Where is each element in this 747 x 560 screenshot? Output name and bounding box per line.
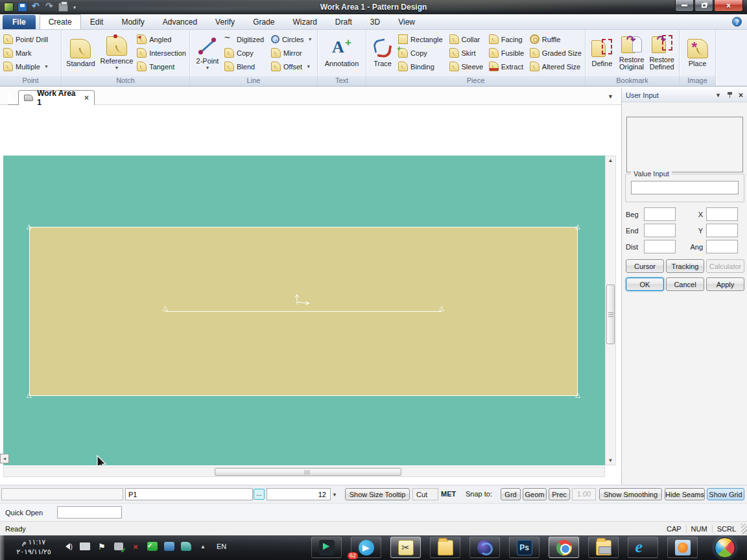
- antivirus-tray-icon[interactable]: [147, 541, 158, 552]
- info-field[interactable]: [1, 488, 123, 500]
- taskbar-media-player[interactable]: [667, 537, 698, 558]
- menu-draft[interactable]: Draft: [326, 16, 361, 29]
- ribbon-button-restore-original[interactable]: ↷ Restore Original: [617, 34, 647, 72]
- app-tray-icon-teal[interactable]: [180, 541, 192, 552]
- restore-button[interactable]: [694, 0, 713, 12]
- ribbon-button-graded-size[interactable]: Graded Size: [528, 46, 583, 60]
- menu-grade[interactable]: Grade: [244, 16, 283, 29]
- ribbon-button-point-drill[interactable]: Point/ Drill: [2, 32, 50, 46]
- line-end-marker[interactable]: △: [163, 305, 168, 312]
- end-field[interactable]: [644, 224, 676, 237]
- redo-icon[interactable]: [45, 3, 54, 12]
- ribbon-button-restore-defined[interactable]: ↷ Restore Defined: [646, 34, 677, 72]
- taskbar-devices-folder[interactable]: [588, 537, 619, 558]
- menu-view[interactable]: View: [389, 16, 424, 29]
- ok-button[interactable]: OK: [626, 277, 664, 291]
- ribbon-button-place[interactable]: * Place: [687, 38, 709, 69]
- ribbon-button-multiple[interactable]: Multiple ▼: [2, 60, 50, 73]
- ribbon-button-standard[interactable]: Standard: [64, 38, 98, 69]
- ribbon-button-digitized[interactable]: ~ Digitized: [223, 32, 270, 46]
- quick-open-field[interactable]: [57, 506, 122, 519]
- show-smoothing-button[interactable]: Show Smoothing: [599, 488, 662, 500]
- taskbar-browser-orb[interactable]: [469, 537, 500, 558]
- ribbon-button-altered-size[interactable]: Altered Size: [528, 60, 583, 73]
- pattern-canvas[interactable]: △ △ △ △ △ △: [3, 156, 605, 465]
- piece-name-field[interactable]: [125, 488, 253, 500]
- menu-wizard[interactable]: Wizard: [283, 16, 326, 29]
- ribbon-button-intersection[interactable]: Intersection: [136, 46, 187, 60]
- ribbon-button-fusible[interactable]: Fusible: [488, 46, 528, 60]
- size-field[interactable]: [267, 488, 331, 500]
- taskbar-chrome[interactable]: [549, 537, 579, 558]
- ribbon-button-ruffle[interactable]: Ruffle: [528, 32, 583, 46]
- apply-button[interactable]: Apply: [706, 277, 744, 291]
- corner-point-marker[interactable]: △: [27, 224, 32, 230]
- pin-icon[interactable]: [727, 91, 733, 99]
- menu-file[interactable]: File: [3, 15, 36, 29]
- scroll-down-icon[interactable]: ▼: [606, 458, 615, 463]
- browse-button[interactable]: ...: [254, 489, 265, 500]
- taskbar-internet-explorer[interactable]: e: [628, 537, 658, 558]
- taskbar-pattern-design[interactable]: ✂: [390, 537, 421, 558]
- corner-point-marker[interactable]: △: [27, 392, 32, 399]
- line-end-marker[interactable]: △: [439, 305, 444, 312]
- help-icon[interactable]: ?: [732, 17, 742, 27]
- beg-field[interactable]: [644, 207, 676, 221]
- dist-field[interactable]: [644, 240, 676, 253]
- app-tray-icon-blue[interactable]: [163, 541, 175, 552]
- menu-edit[interactable]: Edit: [81, 16, 113, 29]
- taskbar-photoshop[interactable]: Ps: [509, 537, 540, 558]
- close-button[interactable]: ×: [714, 0, 743, 12]
- calculator-button[interactable]: Calculator: [706, 259, 744, 273]
- vertical-scrollbar[interactable]: ▲ ▼: [605, 156, 616, 465]
- hide-seams-button[interactable]: Hide Seams: [665, 488, 705, 500]
- tray-expand-icon[interactable]: ▲: [197, 541, 209, 552]
- taskbar-telegram[interactable]: 62: [351, 537, 381, 558]
- scroll-up-icon[interactable]: ▲: [606, 158, 615, 163]
- ribbon-button-2point[interactable]: 2-Point ▼: [192, 35, 223, 71]
- menu-3d[interactable]: 3D: [361, 16, 389, 29]
- ribbon-button-mark[interactable]: Mark: [2, 46, 50, 60]
- ribbon-button-mirror[interactable]: Mirror: [270, 46, 314, 60]
- ribbon-button-blend[interactable]: Blend: [223, 60, 270, 73]
- show-desktop-button[interactable]: [0, 535, 5, 560]
- ribbon-button-facing[interactable]: Facing: [488, 32, 528, 46]
- ribbon-button-annotation[interactable]: A + Annotation: [324, 38, 360, 69]
- save-icon[interactable]: [18, 3, 27, 12]
- internal-line[interactable]: △ △: [165, 311, 442, 312]
- ang-field[interactable]: [706, 240, 738, 253]
- ribbon-button-rectangle[interactable]: Rectangle: [397, 32, 447, 46]
- ribbon-button-angled[interactable]: Angled: [136, 32, 187, 46]
- cursor-button[interactable]: Cursor: [626, 259, 664, 273]
- y-field[interactable]: [706, 224, 738, 237]
- tab-close-icon[interactable]: ×: [84, 93, 89, 102]
- ribbon-button-copy-line[interactable]: Copy: [223, 46, 270, 60]
- value-input-field[interactable]: [631, 181, 739, 194]
- panel-menu-dropdown-icon[interactable]: ▼: [715, 92, 721, 99]
- tab-list-dropdown-icon[interactable]: ▼: [608, 93, 613, 100]
- ribbon-button-circles[interactable]: Circles ▼: [270, 32, 314, 46]
- user-input-list[interactable]: [626, 117, 743, 172]
- network-icon[interactable]: [79, 541, 91, 552]
- horizontal-scroll-thumb[interactable]: [215, 468, 401, 476]
- resize-grip[interactable]: [741, 524, 747, 534]
- size-dropdown-icon[interactable]: ▼: [332, 492, 337, 498]
- snap-grid-button[interactable]: Grd: [501, 488, 521, 500]
- taskbar-filmora[interactable]: [311, 537, 342, 558]
- menu-advanced[interactable]: Advanced: [154, 16, 206, 29]
- ribbon-button-reference[interactable]: Reference ▼: [98, 35, 136, 71]
- horizontal-scrollbar[interactable]: [3, 467, 605, 477]
- show-grid-button[interactable]: Show Grid: [707, 488, 744, 500]
- ribbon-button-collar[interactable]: Collar: [448, 32, 488, 46]
- language-indicator[interactable]: EN: [217, 542, 226, 550]
- tab-work-area-1[interactable]: Work Area 1 ×: [18, 90, 95, 105]
- show-size-tooltip-button[interactable]: Show Size Tooltip: [345, 488, 410, 500]
- cancel-button[interactable]: Cancel: [666, 277, 704, 291]
- action-center-flag-icon[interactable]: ⚑: [96, 541, 108, 552]
- menu-modify[interactable]: Modify: [112, 16, 153, 29]
- ribbon-button-copy-piece[interactable]: Copy: [397, 46, 447, 60]
- muted-device-icon[interactable]: ×: [130, 541, 141, 552]
- volume-icon[interactable]: [62, 541, 74, 552]
- corner-point-marker[interactable]: △: [575, 224, 580, 230]
- print-icon[interactable]: [58, 3, 68, 12]
